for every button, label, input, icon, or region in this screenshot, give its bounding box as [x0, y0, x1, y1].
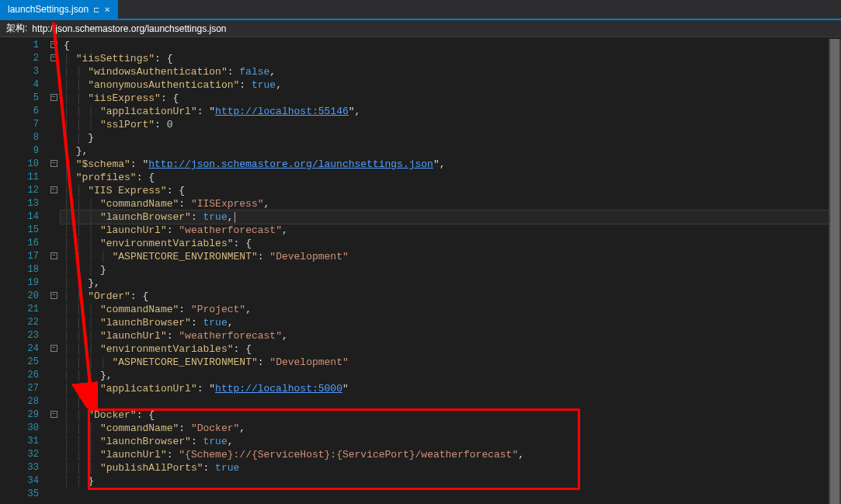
- fold-minus-icon[interactable]: −: [50, 186, 57, 193]
- code-line[interactable]: │ "profiles": {: [61, 171, 841, 184]
- code-line[interactable]: {: [61, 39, 841, 52]
- fold-cell: [47, 237, 61, 250]
- line-number: 9: [0, 144, 39, 158]
- code-line[interactable]: │ │ │ "environmentVariables": {: [61, 237, 841, 250]
- code-line[interactable]: │ │ "windowsAuthentication": false,: [61, 65, 841, 78]
- fold-gutter[interactable]: −−−−−−−−−: [47, 37, 61, 502]
- code-line[interactable]: │ │ │ "applicationUrl": "http://localhos…: [61, 382, 841, 395]
- fold-cell[interactable]: −: [47, 342, 61, 356]
- fold-minus-icon[interactable]: −: [50, 292, 57, 299]
- code-line[interactable]: │ │ │ "launchBrowser": true,: [61, 435, 841, 448]
- code-line[interactable]: │ │ │ "launchUrl": "weatherforecast",: [61, 224, 841, 237]
- code-line[interactable]: │ │ │ │ "ASPNETCORE_ENVIRONMENT": "Devel…: [61, 250, 841, 263]
- line-number: 8: [0, 131, 39, 144]
- code-area[interactable]: {│ "iisSettings": {│ │ "windowsAuthentic…: [61, 37, 841, 502]
- pin-icon[interactable]: ⊏: [93, 5, 99, 14]
- tab-bar: launchSettings.json ⊏ ✕: [0, 0, 841, 20]
- fold-cell: [47, 65, 61, 78]
- line-number: 26: [0, 369, 39, 382]
- code-line[interactable]: │ │ │ "environmentVariables": {: [61, 342, 841, 356]
- code-line[interactable]: │ │ "Order": {: [61, 290, 841, 303]
- line-number: 5: [0, 92, 39, 105]
- line-number: 4: [0, 78, 39, 92]
- fold-minus-icon[interactable]: −: [50, 345, 57, 352]
- code-line[interactable]: │ │ }: [61, 131, 841, 144]
- code-line[interactable]: │ │ },: [61, 276, 841, 290]
- scrollbar-thumb[interactable]: [830, 39, 839, 504]
- code-line[interactable]: │ │ │ "applicationUrl": "http://localhos…: [61, 105, 841, 118]
- fold-cell: [47, 118, 61, 131]
- fold-cell[interactable]: −: [47, 184, 61, 197]
- fold-cell[interactable]: −: [47, 92, 61, 105]
- line-number: 31: [0, 435, 39, 448]
- line-number: 11: [0, 171, 39, 184]
- vertical-scrollbar[interactable]: [829, 39, 841, 504]
- fold-cell: [47, 356, 61, 369]
- fold-minus-icon[interactable]: −: [50, 252, 57, 259]
- fold-cell: [47, 329, 61, 342]
- fold-cell[interactable]: −: [47, 158, 61, 171]
- code-line[interactable]: │ │ }: [61, 474, 841, 488]
- code-line[interactable]: │ │ │ }: [61, 263, 841, 276]
- code-line[interactable]: │ "$schema": "http://json.schemastore.or…: [61, 158, 841, 171]
- code-line[interactable]: │ │ │ "launchUrl": "{Scheme}://{ServiceH…: [61, 448, 841, 461]
- line-number: 28: [0, 395, 39, 408]
- code-line[interactable]: │ │ },: [61, 395, 841, 408]
- code-line[interactable]: │ │ │ "publishAllPorts": true: [61, 461, 841, 474]
- code-line[interactable]: │ "iisSettings": {: [61, 52, 841, 65]
- line-number: 23: [0, 329, 39, 342]
- code-line[interactable]: │ │ │ "commandName": "Docker",: [61, 422, 841, 435]
- fold-cell[interactable]: −: [47, 408, 61, 422]
- code-editor[interactable]: 1234567891011121314151617181920212223242…: [0, 37, 841, 502]
- line-number: 25: [0, 356, 39, 369]
- line-number: 18: [0, 263, 39, 276]
- fold-cell[interactable]: −: [47, 250, 61, 263]
- line-number: 15: [0, 224, 39, 237]
- close-icon[interactable]: ✕: [104, 5, 110, 14]
- line-number: 19: [0, 276, 39, 290]
- line-number: 32: [0, 448, 39, 461]
- line-number: 17: [0, 250, 39, 263]
- line-number: 22: [0, 316, 39, 329]
- code-line[interactable]: │ │ │ "launchBrowser": true,: [61, 316, 841, 329]
- fold-minus-icon[interactable]: −: [50, 160, 57, 167]
- code-line[interactable]: │ │ │ "commandName": "IISExpress",: [61, 197, 841, 210]
- code-line[interactable]: │ │ │ },: [61, 369, 841, 382]
- line-number: 16: [0, 237, 39, 250]
- schema-url-input[interactable]: [32, 23, 835, 34]
- code-line[interactable]: │ │ "anonymousAuthentication": true,: [61, 78, 841, 92]
- code-line[interactable]: │ },: [61, 144, 841, 158]
- code-line[interactable]: │ │ │ "launchUrl": "weatherforecast",: [61, 329, 841, 342]
- text-caret: [235, 212, 235, 223]
- line-number: 7: [0, 118, 39, 131]
- code-line[interactable]: │ │ │ "commandName": "Project",: [61, 303, 841, 316]
- line-number: 12: [0, 184, 39, 197]
- code-line[interactable]: │ │ "Docker": {: [61, 408, 841, 422]
- code-line[interactable]: │ │ │ │ "ASPNETCORE_ENVIRONMENT": "Devel…: [61, 356, 841, 369]
- fold-minus-icon[interactable]: −: [50, 94, 57, 101]
- fold-minus-icon[interactable]: −: [50, 54, 57, 61]
- line-number: 35: [0, 488, 39, 501]
- fold-cell[interactable]: −: [47, 39, 61, 52]
- fold-cell: [47, 382, 61, 395]
- code-line[interactable]: │ │ │ "sslPort": 0: [61, 118, 841, 131]
- line-number: 6: [0, 105, 39, 118]
- code-line[interactable]: │ │ "IIS Express": {: [61, 184, 841, 197]
- fold-cell: [47, 224, 61, 237]
- line-number: 2: [0, 52, 39, 65]
- fold-cell: [47, 276, 61, 290]
- fold-cell: [47, 78, 61, 92]
- code-line[interactable]: │ │ │ "launchBrowser": true,: [61, 210, 841, 224]
- code-line[interactable]: [61, 488, 841, 501]
- line-number: 34: [0, 474, 39, 488]
- tab-launchsettings[interactable]: launchSettings.json ⊏ ✕: [0, 0, 118, 19]
- fold-cell: [47, 369, 61, 382]
- fold-cell[interactable]: −: [47, 52, 61, 65]
- fold-cell[interactable]: −: [47, 290, 61, 303]
- code-line[interactable]: │ │ "iisExpress": {: [61, 92, 841, 105]
- fold-cell: [47, 197, 61, 210]
- fold-cell: [47, 395, 61, 408]
- fold-minus-icon[interactable]: −: [50, 411, 57, 418]
- fold-cell: [47, 210, 61, 224]
- fold-minus-icon[interactable]: −: [50, 41, 57, 48]
